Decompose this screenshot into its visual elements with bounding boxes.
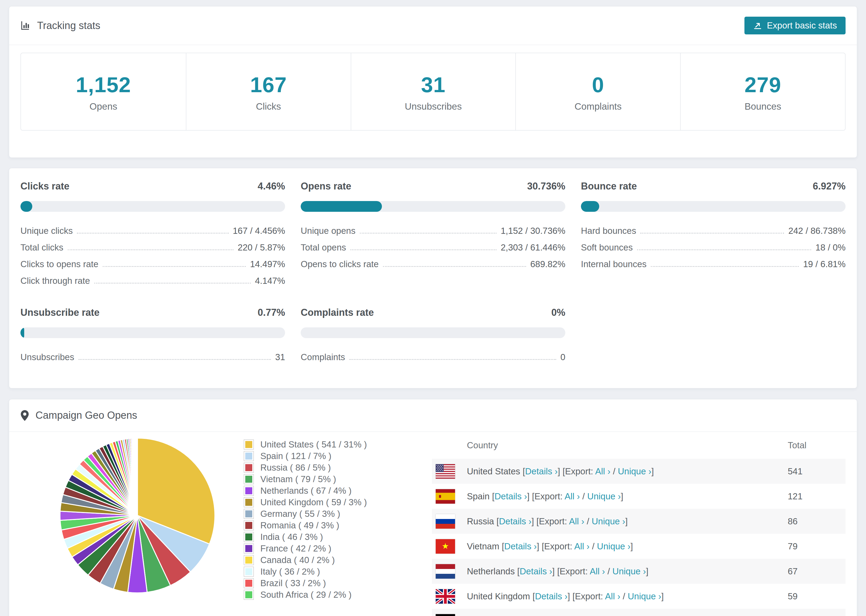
export-all-link[interactable]: All › bbox=[605, 591, 620, 601]
geo-table-row-ru: Russia [Details ›] [Export: All › / Uniq… bbox=[432, 509, 846, 534]
flag-nl-icon bbox=[436, 564, 455, 579]
rate-detail-value: 220 / 5.87% bbox=[238, 242, 285, 253]
export-all-link[interactable]: All › bbox=[574, 541, 589, 551]
legend-item-south-africa: South Africa ( 29 / 2% ) bbox=[244, 590, 419, 600]
bracket: ] bbox=[621, 491, 623, 501]
tracking-stats-panel: Tracking stats Export basic stats 1,152O… bbox=[9, 6, 857, 158]
legend-swatch bbox=[244, 590, 254, 600]
geo-table-row-de: Germany [Details ›] [Export: All › / Uni… bbox=[432, 609, 846, 616]
details-link[interactable]: Details › bbox=[504, 541, 537, 551]
rate-value: 6.927% bbox=[813, 181, 846, 192]
dashboard-page: Tracking stats Export basic stats 1,152O… bbox=[0, 0, 866, 616]
rate-detail-label: Unique clicks bbox=[20, 226, 72, 236]
tracking-stats-title: Tracking stats bbox=[20, 20, 100, 31]
rate-title: Bounce rate bbox=[581, 181, 637, 192]
pie-slice-other[interactable] bbox=[137, 438, 137, 515]
export-all-link[interactable]: All › bbox=[590, 566, 605, 576]
legend-label: United Kingdom ( 59 / 3% ) bbox=[260, 497, 367, 508]
geo-pie-legend: United States ( 541 / 31% )Spain ( 121 /… bbox=[244, 432, 419, 601]
country-name: Vietnam bbox=[467, 541, 502, 551]
legend-label: Brazil ( 33 / 2% ) bbox=[260, 578, 326, 588]
geo-title-text: Campaign Geo Opens bbox=[36, 410, 137, 421]
rate-detail-rows: Complaints0 bbox=[301, 352, 565, 362]
stats-summary-grid: 1,152Opens167Clicks31Unsubscribes0Compla… bbox=[20, 53, 846, 130]
geo-row-text: Vietnam [Details ›] [Export: All › / Uni… bbox=[467, 541, 788, 552]
bracket: ] bbox=[661, 591, 664, 601]
export-button-label: Export basic stats bbox=[767, 20, 837, 31]
rate-detail-value: 14.497% bbox=[250, 259, 285, 269]
tracking-stats-header: Tracking stats Export basic stats bbox=[9, 6, 857, 45]
rate-detail-row: Total opens2,303 / 61.446% bbox=[301, 242, 565, 253]
country-total: 79 bbox=[788, 541, 846, 552]
export-all-link[interactable]: All › bbox=[569, 516, 584, 526]
legend-item-romania: Romania ( 49 / 3% ) bbox=[244, 520, 419, 531]
dotted-leader bbox=[94, 283, 251, 284]
rate-head: Bounce rate6.927% bbox=[581, 181, 846, 192]
rate-detail-row: Complaints0 bbox=[301, 352, 565, 362]
bracket: [ bbox=[517, 566, 520, 576]
geo-row-text: Spain [Details ›] [Export: All › / Uniqu… bbox=[467, 491, 788, 501]
rate-detail-value: 2,303 / 61.446% bbox=[501, 242, 565, 253]
slash: / bbox=[584, 516, 592, 526]
details-link[interactable]: Details › bbox=[525, 466, 557, 476]
stat-box-clicks: 167Clicks bbox=[186, 53, 351, 130]
rate-detail-row: Unsubscribes31 bbox=[20, 352, 285, 362]
export-all-link[interactable]: All › bbox=[565, 491, 580, 501]
stat-value: 167 bbox=[186, 72, 351, 97]
export-unique-link[interactable]: Unique › bbox=[587, 491, 621, 501]
bracket: ] [Export: bbox=[567, 591, 605, 601]
geo-table-row-gb: United Kingdom [Details ›] [Export: All … bbox=[432, 584, 846, 609]
rate-detail-label: Unsubscribes bbox=[20, 352, 74, 362]
legend-swatch bbox=[244, 544, 254, 554]
rate-title: Opens rate bbox=[301, 181, 351, 192]
geo-title: Campaign Geo Opens bbox=[20, 410, 137, 421]
rate-value: 0.77% bbox=[258, 307, 285, 318]
legend-item-united-states: United States ( 541 / 31% ) bbox=[244, 439, 419, 449]
country-name: United States bbox=[467, 466, 523, 476]
dotted-leader bbox=[350, 359, 556, 360]
country-total: 121 bbox=[788, 491, 846, 501]
legend-swatch bbox=[244, 462, 254, 473]
legend-label: United States ( 541 / 31% ) bbox=[260, 439, 367, 449]
export-unique-link[interactable]: Unique › bbox=[612, 566, 646, 576]
rate-title: Unsubscribe rate bbox=[20, 307, 99, 318]
legend-swatch bbox=[244, 578, 254, 588]
legend-item-netherlands: Netherlands ( 67 / 4% ) bbox=[244, 486, 419, 496]
export-basic-stats-button[interactable]: Export basic stats bbox=[745, 17, 846, 35]
legend-label: Netherlands ( 67 / 4% ) bbox=[260, 486, 351, 496]
stat-value: 279 bbox=[681, 72, 845, 97]
export-unique-link[interactable]: Unique › bbox=[628, 591, 661, 601]
details-link[interactable]: Details › bbox=[535, 591, 567, 601]
geo-row-text: Netherlands [Details ›] [Export: All › /… bbox=[467, 566, 788, 577]
geo-col-country-header: Country bbox=[432, 440, 788, 451]
bracket: ] [Export: bbox=[531, 516, 569, 526]
export-unique-link[interactable]: Unique › bbox=[618, 466, 651, 476]
export-all-link[interactable]: All › bbox=[595, 466, 611, 476]
details-link[interactable]: Details › bbox=[520, 566, 552, 576]
rate-detail-row: Internal bounces19 / 6.81% bbox=[581, 259, 846, 269]
legend-swatch bbox=[244, 497, 254, 508]
rate-head: Complaints rate0% bbox=[301, 307, 565, 318]
rate-detail-value: 18 / 0% bbox=[816, 242, 846, 253]
country-name: Spain bbox=[467, 491, 492, 501]
stat-box-complaints: 0Complaints bbox=[515, 53, 680, 130]
details-link[interactable]: Details › bbox=[494, 491, 527, 501]
dotted-leader bbox=[651, 266, 799, 267]
export-icon bbox=[753, 21, 762, 30]
details-link[interactable]: Details › bbox=[499, 516, 531, 526]
slash: / bbox=[580, 491, 587, 501]
dotted-leader bbox=[79, 359, 271, 360]
flag-es-icon bbox=[436, 489, 455, 504]
rate-detail-value: 1,152 / 30.736% bbox=[501, 226, 565, 236]
stat-label: Unsubscribes bbox=[351, 101, 516, 112]
rate-section-bounce-rate: Bounce rate6.927%Hard bounces242 / 86.73… bbox=[581, 181, 846, 286]
geo-row-text: Russia [Details ›] [Export: All › / Uniq… bbox=[467, 516, 788, 526]
rate-value: 30.736% bbox=[527, 181, 565, 192]
slash: / bbox=[620, 591, 628, 601]
export-unique-link[interactable]: Unique › bbox=[597, 541, 631, 551]
progress-bar bbox=[301, 327, 565, 338]
rate-section-clicks-rate: Clicks rate4.46%Unique clicks167 / 4.456… bbox=[20, 181, 285, 286]
rate-detail-rows: Unsubscribes31 bbox=[20, 352, 285, 362]
export-unique-link[interactable]: Unique › bbox=[592, 516, 625, 526]
progress-bar bbox=[581, 201, 846, 212]
